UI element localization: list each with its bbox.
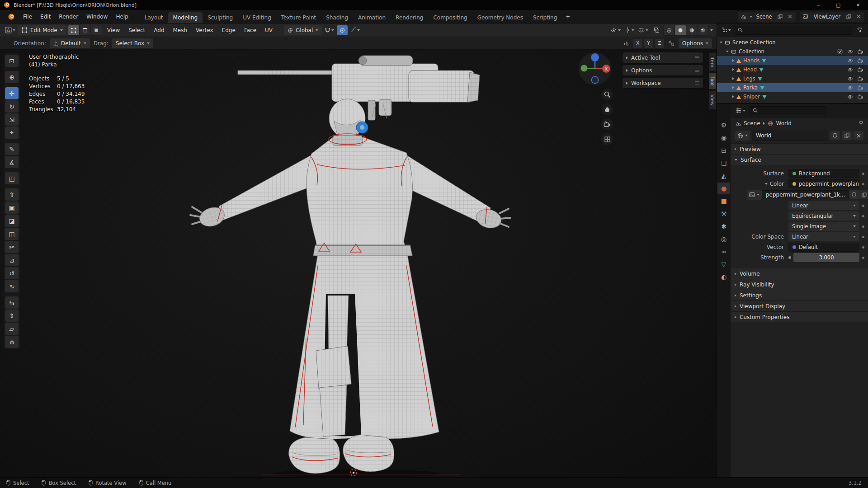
collapsed-panel-header[interactable]: Volume [731, 268, 868, 279]
breadcrumb-world[interactable]: World [776, 120, 792, 127]
decorator-dot-icon[interactable] [862, 205, 864, 207]
properties-tab[interactable]: ◎ [717, 233, 730, 245]
properties-tab[interactable]: ❏ [717, 157, 730, 169]
panel-surface-header[interactable]: Surface [731, 154, 868, 165]
unlink-scene-icon[interactable] [786, 13, 794, 21]
browse-image-button[interactable] [747, 190, 762, 200]
expand-icon[interactable] [732, 77, 734, 80]
snap-toggle-button[interactable] [323, 25, 335, 35]
tool-button[interactable]: ⇆ [5, 296, 19, 309]
viewport-menu-item[interactable]: Add [150, 25, 168, 35]
n-panel-header[interactable]: Active Tool [623, 52, 703, 63]
object-type-visibility-button[interactable] [609, 25, 622, 35]
shading-dropdown-icon[interactable] [710, 29, 713, 31]
proportional-editing-button[interactable] [337, 25, 348, 35]
properties-tab[interactable]: ◭ [717, 170, 730, 182]
fake-user-shield-icon[interactable] [849, 190, 859, 199]
decorator-dot-icon[interactable] [862, 246, 864, 249]
tool-button[interactable]: ✎ [5, 143, 19, 155]
orientation-setting-dropdown[interactable]: Default [50, 38, 90, 48]
properties-tab[interactable]: ∞ [717, 246, 730, 258]
maximize-button[interactable]: ▢ [828, 0, 848, 10]
shading-wireframe-button[interactable] [664, 25, 675, 35]
properties-tab[interactable]: ⊟ [717, 145, 730, 156]
close-button[interactable]: ✕ [848, 0, 868, 10]
zoom-icon[interactable] [601, 89, 613, 100]
new-scene-icon[interactable] [776, 13, 784, 21]
properties-tab[interactable]: ◐ [717, 271, 730, 283]
hide-viewport-eye-icon[interactable] [847, 58, 854, 63]
animate-dot-icon[interactable] [788, 256, 791, 259]
collapsed-panel-header[interactable]: Ray Visibility [731, 279, 868, 290]
menu-item[interactable]: File [19, 10, 36, 23]
viewport-menu-item[interactable]: Vertex [192, 25, 217, 35]
n-panel-tab[interactable]: Item [709, 52, 717, 71]
viewport-canvas[interactable]: ⊡ ⊕ ✛ ↻ [0, 50, 717, 477]
expand-icon[interactable] [732, 68, 734, 71]
scene-selector[interactable]: Scene [738, 12, 796, 22]
expand-icon[interactable] [726, 51, 729, 52]
decorator-dot-icon[interactable] [862, 236, 864, 238]
workspace-tab[interactable]: Geometry Nodes [472, 12, 528, 23]
object-name[interactable]: Legs [743, 75, 755, 82]
menu-item[interactable]: Help [112, 10, 132, 23]
image-name-field[interactable]: peppermint_powerplant_1k... [762, 190, 849, 199]
world-name-field[interactable]: World [752, 131, 828, 141]
outliner-object-row[interactable]: Parka [717, 83, 868, 92]
workspace-tab[interactable]: Scripting [528, 12, 562, 23]
tool-button[interactable]: ◫ [5, 228, 19, 240]
color-space-dropdown[interactable]: Linear [788, 232, 859, 241]
collection-row[interactable]: Collection [717, 47, 868, 56]
n-panel-tab[interactable]: Tool [709, 72, 717, 89]
object-name[interactable]: Head [743, 66, 757, 73]
disable-render-camera-icon[interactable] [858, 85, 863, 90]
outliner-search-input[interactable] [735, 26, 852, 35]
source-dropdown[interactable]: Single Image [788, 222, 859, 231]
outliner-editor-type-button[interactable] [720, 25, 732, 35]
minimize-button[interactable]: ─ [808, 0, 828, 10]
decorator-dot-icon[interactable] [862, 173, 864, 175]
decorator-dot-icon[interactable] [862, 257, 864, 259]
viewport-menu-item[interactable]: Edge [218, 25, 239, 35]
add-workspace-button[interactable]: + [562, 10, 574, 23]
properties-tab[interactable]: ■ [717, 195, 730, 207]
tool-button[interactable]: ⇲ [5, 113, 19, 126]
menu-item[interactable]: Window [82, 10, 112, 23]
mirror-axis-toggle[interactable]: X [633, 39, 642, 48]
menu-item[interactable]: Render [55, 10, 82, 23]
pin-icon[interactable] [859, 121, 863, 127]
decorator-dot-icon[interactable] [862, 183, 864, 185]
gizmo-negz-axis[interactable] [592, 77, 599, 84]
editor-type-button[interactable] [4, 25, 17, 35]
viewport-menu-item[interactable]: Select [125, 25, 149, 35]
properties-tab[interactable]: ⚙ [717, 119, 730, 131]
expand-icon[interactable] [720, 42, 722, 43]
workspace-tab[interactable]: Texture Paint [276, 12, 321, 23]
new-world-copy-icon[interactable] [842, 131, 852, 140]
vector-field[interactable]: Default [788, 243, 859, 252]
viewport-menu-item[interactable]: View [104, 25, 123, 35]
viewport-menu-item[interactable]: Face [241, 25, 260, 35]
properties-tab[interactable]: ⚒ [717, 208, 730, 220]
properties-tab[interactable]: ✱ [717, 221, 730, 232]
viewlayer-name[interactable]: ViewLayer [811, 14, 843, 20]
hide-viewport-eye-icon[interactable] [847, 49, 854, 54]
strength-slider[interactable]: 3.000 [793, 253, 859, 262]
shading-solid-button[interactable] [675, 25, 686, 35]
tool-button[interactable]: ◰ [5, 172, 19, 184]
properties-tab[interactable]: ▽ [717, 258, 730, 270]
tool-button[interactable]: ▣ [5, 202, 19, 214]
viewport-menu-item[interactable]: Mesh [170, 25, 191, 35]
hide-viewport-eye-icon[interactable] [847, 67, 854, 72]
workspace-tab[interactable]: Layout [140, 12, 168, 23]
perspective-grid-icon[interactable] [601, 133, 613, 145]
tool-button[interactable]: ▱ [5, 323, 19, 335]
surface-shader-field[interactable]: Background [788, 169, 859, 178]
browse-world-button[interactable] [735, 131, 750, 141]
exclude-checkbox-icon[interactable] [837, 49, 843, 54]
gizmo-z-axis[interactable] [591, 53, 599, 61]
viewport-menu-item[interactable]: UV [261, 25, 276, 35]
properties-tab[interactable]: ● [717, 183, 730, 194]
workspace-tab[interactable]: Shading [321, 12, 353, 23]
workspace-tab[interactable]: Sculpting [203, 12, 238, 23]
